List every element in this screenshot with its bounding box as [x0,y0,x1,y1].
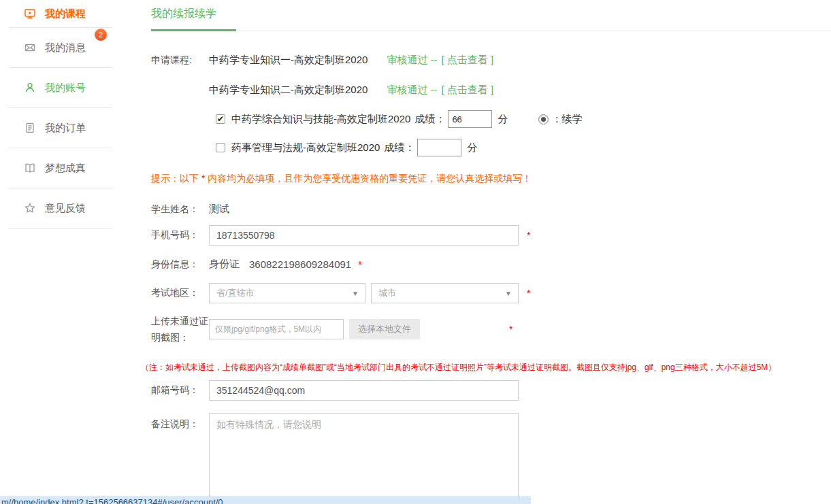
browser-status-bar: m//home/index.html?.t=1562566637134#/use… [0,497,531,504]
upload-proof-row: 上传未通过证明截图： 选择本地文件 * [151,313,831,346]
course-name: 中药学专业知识一-高效定制班2020 [209,54,368,67]
tab-active-indicator [151,29,236,31]
applied-course-row: 中药学专业知识二-高效定制班2020 审核通过 -- [ 点击查看 ] [151,84,831,97]
upload-proof-label: 上传未通过证明截图： [151,313,209,346]
city-placeholder: 城市 [378,287,396,299]
score-unit: 分 [467,141,477,154]
applied-course-row: 申请课程: 中药学专业知识一-高效定制班2020 审核通过 -- [ 点击查看 … [151,54,831,67]
student-name-value: 测试 [209,203,229,216]
phone-row: 手机号码： * [151,225,831,246]
phone-input[interactable] [209,225,519,246]
sidebar-item-my-messages[interactable]: 我的消息 2 [9,28,112,68]
unread-count-badge: 2 [95,29,107,41]
exam-region-label: 考试地区： [151,287,209,299]
city-select[interactable]: 城市 ▼ [371,283,519,303]
province-select[interactable]: 省/直辖市 ▼ [209,283,365,303]
apply-courses-label: 申请课程: [151,54,209,67]
monitor-play-icon [24,7,36,20]
score-unit: 分 [498,113,508,126]
document-icon [24,122,36,134]
tab-my-renewal[interactable]: 我的续报续学 [151,0,216,21]
required-star: * [509,324,512,335]
email-row: 邮箱号码： [151,380,831,401]
sidebar-item-label: 意见反馈 [45,202,86,215]
sidebar-item-label: 我的账号 [45,82,86,95]
course-checkbox[interactable] [216,143,225,152]
continue-study-label: ：续学 [551,113,582,126]
notice-prefix: 提示：以下 [151,173,201,184]
score-label: 成绩： [384,141,414,154]
student-name-label: 学生姓名： [151,203,209,216]
student-name-row: 学生姓名： 测试 [151,203,831,216]
sidebar-item-label: 我的消息 [45,41,86,54]
chevron-down-icon: ▼ [352,290,359,297]
course-score-row: 中药学综合知识与技能-高效定制班2020 成绩： 分 ：续学 [216,110,831,128]
course-name: 药事管理与法规-高效定制班2020 [231,141,380,154]
course-score-row: 药事管理与法规-高效定制班2020 成绩： 分 [216,139,831,156]
continue-study-option: ：续学 [538,113,582,126]
tab-underline [151,29,831,31]
view-course-link[interactable]: [ 点击查看 ] [442,54,494,67]
sidebar-item-label: 我的订单 [45,122,86,135]
sidebar-item-my-orders[interactable]: 我的订单 [9,108,112,148]
remark-label: 备注说明： [151,413,209,431]
province-placeholder: 省/直辖市 [216,287,255,299]
exam-region-row: 考试地区： 省/直辖市 ▼ 城市 ▼ * [151,283,831,303]
continue-study-radio[interactable] [538,114,549,124]
choose-local-file-button[interactable]: 选择本地文件 [349,319,420,339]
sidebar-item-my-courses[interactable]: 我的课程 [9,0,112,28]
identity-label: 身份信息： [151,258,209,271]
book-icon [24,162,36,174]
envelope-icon [24,41,36,54]
sidebar-item-feedback[interactable]: 意见反馈 [9,188,112,229]
course-checkbox[interactable] [216,114,225,124]
status-bar-url: m//home/index.html?.t=1562566637134#/use… [0,497,531,504]
required-star: * [358,259,361,270]
remark-row: 备注说明： [151,413,831,504]
course-name: 中药学专业知识二-高效定制班2020 [209,84,368,97]
identity-number: 360822198609284091 [249,258,351,270]
star-icon [24,202,36,214]
remark-textarea[interactable] [209,413,519,504]
sidebar: 我的课程 我的消息 2 我的账号 我的订单 [0,0,127,229]
chevron-down-icon: ▼ [505,290,512,297]
identity-row: 身份信息： 身份证 360822198609284091 * [151,258,831,271]
required-star: * [527,230,530,241]
required-fields-notice: 提示：以下 * 内容均为必填项，且作为您享受优惠资格的重要凭证，请您认真选择或填… [151,173,831,185]
course-status: 审核通过 -- [387,84,437,97]
course-status: 审核通过 -- [387,54,437,67]
identity-type: 身份证 [209,258,240,271]
score-input[interactable] [448,110,492,128]
sidebar-item-dreams-come-true[interactable]: 梦想成真 [9,148,112,188]
score-input[interactable] [417,139,461,156]
email-input[interactable] [209,380,519,401]
upload-note: （注：如考试未通过，上传截图内容为“成绩单截图”或“当地考试部门出具的考试不通过… [141,362,831,373]
sidebar-item-label: 我的课程 [45,7,86,20]
view-course-link[interactable]: [ 点击查看 ] [442,84,494,97]
score-label: 成绩： [414,113,445,126]
course-name: 中药学综合知识与技能-高效定制班2020 [231,113,410,126]
sidebar-item-label: 梦想成真 [45,162,86,175]
phone-label: 手机号码： [151,229,209,241]
email-label: 邮箱号码： [151,384,209,397]
person-icon [24,82,36,94]
main-content: 我的续报续学 申请课程: 中药学专业知识一-高效定制班2020 审核通过 -- … [151,0,831,504]
required-star: * [527,288,530,299]
sidebar-item-my-account[interactable]: 我的账号 [9,68,112,108]
upload-filename-input[interactable] [209,319,344,339]
notice-suffix: 内容均为必填项，且作为您享受优惠资格的重要凭证，请您认真选择或填写！ [205,173,532,184]
